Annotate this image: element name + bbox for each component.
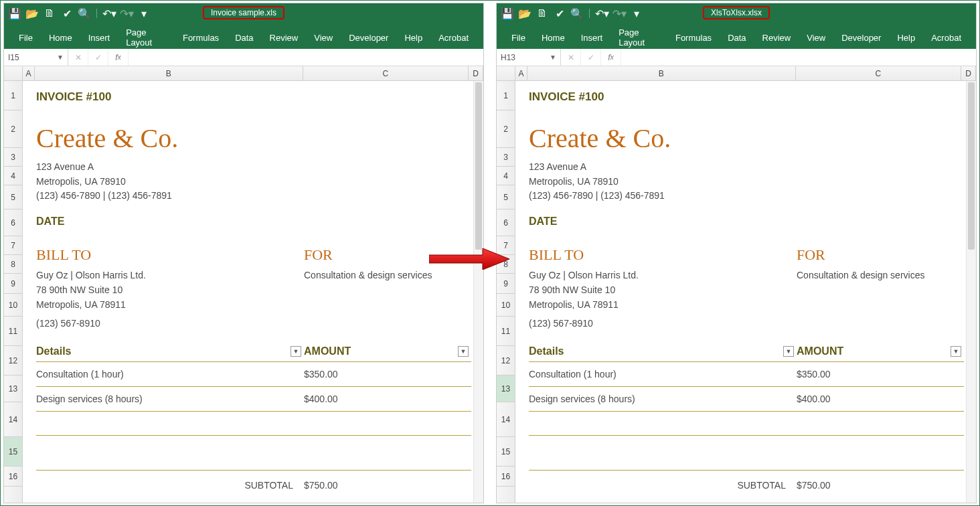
row-header-8[interactable]: 8 (4, 255, 22, 274)
enter-formula-icon[interactable]: ✓ (88, 49, 108, 66)
scrollbar-thumb[interactable] (968, 82, 975, 250)
row-header-6[interactable]: 6 (4, 209, 22, 236)
name-box-dropdown-icon[interactable]: ▼ (550, 54, 556, 61)
row-header-3[interactable]: 3 (4, 148, 22, 167)
menu-review[interactable]: Review (262, 26, 307, 49)
row-header-13[interactable]: 13 (497, 375, 515, 402)
new-icon[interactable]: 🗎 (44, 8, 55, 19)
row-header-4[interactable]: 4 (497, 167, 515, 185)
row-header-16[interactable]: 16 (497, 467, 515, 487)
col-header-D[interactable]: D (469, 66, 483, 80)
row-header-12[interactable]: 12 (497, 346, 515, 375)
filter-button-amount[interactable]: ▼ (458, 346, 469, 357)
vertical-scrollbar[interactable] (473, 81, 483, 503)
fx-icon[interactable]: fx (601, 49, 621, 66)
print-preview-icon[interactable]: 🔍 (572, 8, 582, 19)
row-header-14[interactable]: 14 (497, 402, 515, 437)
row-header-7[interactable]: 7 (4, 236, 22, 255)
row-header-11[interactable]: 11 (497, 317, 515, 346)
menu-help[interactable]: Help (889, 26, 923, 49)
filter-button-details[interactable]: ▼ (291, 346, 301, 357)
save-icon[interactable]: 💾 (502, 8, 513, 19)
open-icon[interactable]: 📂 (27, 8, 37, 19)
fx-icon[interactable]: fx (108, 49, 129, 66)
vertical-scrollbar[interactable] (966, 81, 976, 503)
row-header-13[interactable]: 13 (4, 375, 22, 402)
row-header-1[interactable]: 1 (4, 81, 22, 110)
menu-view[interactable]: View (799, 26, 833, 49)
row-header-10[interactable]: 10 (497, 294, 515, 317)
menu-formulas[interactable]: Formulas (175, 26, 227, 49)
row-header-16[interactable]: 16 (4, 467, 22, 487)
row-headers[interactable]: 12345678910111213141516 (497, 81, 515, 503)
col-header-D[interactable]: D (961, 66, 976, 80)
menu-insert[interactable]: Insert (573, 26, 611, 49)
row-header-14[interactable]: 14 (4, 402, 22, 437)
redo-icon[interactable]: ↷▾ (614, 8, 625, 19)
row-header-2[interactable]: 2 (4, 110, 22, 148)
menu-data[interactable]: Data (720, 26, 754, 49)
col-header-B[interactable]: B (527, 66, 796, 80)
redo-icon[interactable]: ↷▾ (121, 8, 132, 19)
print-preview-icon[interactable]: 🔍 (79, 8, 90, 19)
save-icon[interactable]: 💾 (9, 8, 20, 19)
spellcheck-icon[interactable]: ✔ (554, 8, 565, 19)
menu-data[interactable]: Data (227, 26, 261, 49)
row-header-9[interactable]: 9 (4, 274, 22, 294)
col-header-B[interactable]: B (35, 66, 303, 80)
col-header-A[interactable]: A (515, 66, 527, 80)
filter-button-details[interactable]: ▼ (783, 346, 794, 357)
column-headers[interactable]: ABCD (515, 66, 976, 81)
row-headers[interactable]: 12345678910111213141516 (4, 81, 23, 503)
select-all-corner[interactable] (497, 66, 515, 81)
scrollbar-thumb[interactable] (475, 82, 482, 250)
row-header-15[interactable]: 15 (497, 437, 515, 467)
row-header-10[interactable]: 10 (4, 294, 22, 317)
undo-icon[interactable]: ↶▾ (104, 8, 114, 19)
row-header-12[interactable]: 12 (4, 346, 22, 375)
col-header-C[interactable]: C (303, 66, 469, 80)
cancel-formula-icon[interactable]: ✕ (68, 49, 88, 66)
filter-button-amount[interactable]: ▼ (951, 346, 961, 357)
enter-formula-icon[interactable]: ✓ (581, 49, 601, 66)
grid[interactable]: INVOICE #100Create & Co.123 Avenue AMetr… (23, 81, 483, 503)
menu-acrobat[interactable]: Acrobat (923, 26, 969, 49)
menu-review[interactable]: Review (754, 26, 799, 49)
cancel-formula-icon[interactable]: ✕ (561, 49, 581, 66)
row-header-4[interactable]: 4 (4, 167, 22, 185)
row-header-6[interactable]: 6 (497, 209, 515, 236)
spellcheck-icon[interactable]: ✔ (62, 8, 72, 19)
name-box[interactable]: H13 ▼ (497, 49, 561, 66)
row-header-3[interactable]: 3 (497, 148, 515, 167)
row-header-2[interactable]: 2 (497, 110, 515, 148)
menu-acrobat[interactable]: Acrobat (430, 26, 477, 49)
row-header-7[interactable]: 7 (497, 236, 515, 255)
menu-formulas[interactable]: Formulas (667, 26, 720, 49)
row-header-8[interactable]: 8 (497, 255, 515, 274)
select-all-corner[interactable] (4, 66, 23, 81)
column-headers[interactable]: ABCD (23, 66, 483, 81)
menu-home[interactable]: Home (534, 26, 573, 49)
row-header-11[interactable]: 11 (4, 317, 22, 346)
new-icon[interactable]: 🗎 (537, 8, 548, 19)
menu-help[interactable]: Help (396, 26, 430, 49)
customize-qat-icon[interactable]: ▾ (139, 8, 149, 19)
menu-home[interactable]: Home (41, 26, 80, 49)
row-header-15[interactable]: 15 (4, 437, 22, 467)
menu-insert[interactable]: Insert (80, 26, 118, 49)
col-header-C[interactable]: C (796, 66, 961, 80)
undo-icon[interactable]: ↶▾ (596, 8, 607, 19)
menu-developer[interactable]: Developer (833, 26, 889, 49)
grid[interactable]: INVOICE #100Create & Co.123 Avenue AMetr… (515, 81, 976, 503)
name-box[interactable]: I15 ▼ (4, 49, 68, 66)
menu-page-layout[interactable]: Page Layout (610, 26, 667, 49)
menu-page-layout[interactable]: Page Layout (118, 26, 175, 49)
open-icon[interactable]: 📂 (519, 8, 530, 19)
name-box-dropdown-icon[interactable]: ▼ (57, 54, 64, 61)
row-header-9[interactable]: 9 (497, 274, 515, 294)
menu-developer[interactable]: Developer (341, 26, 396, 49)
customize-qat-icon[interactable]: ▾ (631, 8, 642, 19)
menu-file[interactable]: File (11, 26, 41, 49)
row-header-1[interactable]: 1 (497, 81, 515, 110)
menu-file[interactable]: File (503, 26, 534, 49)
